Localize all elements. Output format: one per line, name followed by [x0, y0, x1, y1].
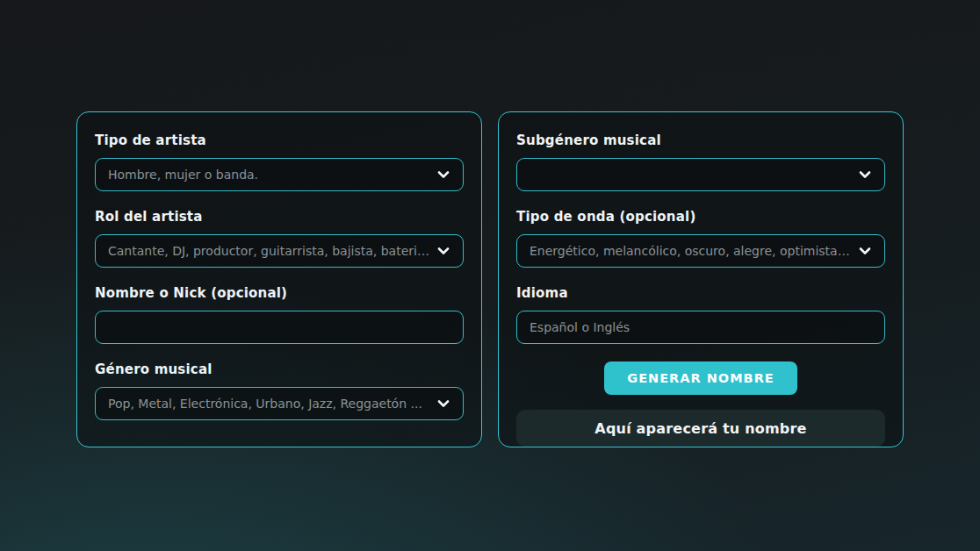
artist-name-generator: Tipo de artista Hombre, mujer o banda. R… [0, 0, 980, 447]
select-placeholder: Pop, Metal, Electrónica, Urbano, Jazz, R… [108, 397, 422, 411]
field-group-idioma: Idioma [516, 285, 885, 344]
right-form-panel: Subgénero musical Tipo de onda (opcional… [498, 111, 904, 447]
nombre-nick-label: Nombre o Nick (opcional) [95, 285, 464, 301]
idioma-input[interactable] [516, 311, 885, 344]
field-group-rol-del-artista: Rol del artista Cantante, DJ, productor,… [95, 209, 464, 268]
nombre-nick-input[interactable] [95, 311, 464, 344]
field-group-subgenero-musical: Subgénero musical [516, 132, 885, 191]
page: { "theme": { "accent_border": "#36c6d3",… [0, 0, 980, 551]
select-placeholder: Cantante, DJ, productor, guitarrista, ba… [108, 244, 429, 258]
chevron-down-icon [858, 168, 872, 182]
tipo-de-artista-label: Tipo de artista [95, 132, 464, 148]
rol-del-artista-select[interactable]: Cantante, DJ, productor, guitarrista, ba… [95, 234, 464, 268]
genero-musical-label: Género musical [95, 361, 464, 377]
genero-musical-select[interactable]: Pop, Metal, Electrónica, Urbano, Jazz, R… [95, 387, 464, 420]
generate-button-row: GENERAR NOMBRE [516, 361, 885, 395]
tipo-de-onda-select[interactable]: Energético, melancólico, oscuro, alegre,… [516, 234, 885, 268]
field-group-nombre-nick: Nombre o Nick (opcional) [95, 285, 464, 344]
field-group-genero-musical: Género musical Pop, Metal, Electrónica, … [95, 361, 464, 420]
field-group-tipo-de-artista: Tipo de artista Hombre, mujer o banda. [95, 132, 464, 191]
field-group-tipo-de-onda: Tipo de onda (opcional) Energético, mela… [516, 209, 885, 268]
generated-name-result: Aquí aparecerá tu nombre [516, 410, 885, 447]
chevron-down-icon [436, 397, 450, 411]
subgenero-musical-label: Subgénero musical [516, 132, 885, 148]
chevron-down-icon [436, 244, 450, 258]
select-placeholder: Hombre, mujer o banda. [108, 168, 258, 182]
rol-del-artista-label: Rol del artista [95, 209, 464, 225]
left-form-panel: Tipo de artista Hombre, mujer o banda. R… [76, 111, 482, 447]
idioma-label: Idioma [516, 285, 885, 301]
select-placeholder: Energético, melancólico, oscuro, alegre,… [530, 244, 851, 258]
tipo-de-artista-select[interactable]: Hombre, mujer o banda. [95, 158, 464, 191]
tipo-de-onda-label: Tipo de onda (opcional) [516, 209, 885, 225]
chevron-down-icon [436, 168, 450, 182]
generate-name-button[interactable]: GENERAR NOMBRE [604, 361, 796, 395]
subgenero-musical-select[interactable] [516, 158, 885, 191]
chevron-down-icon [858, 244, 872, 258]
